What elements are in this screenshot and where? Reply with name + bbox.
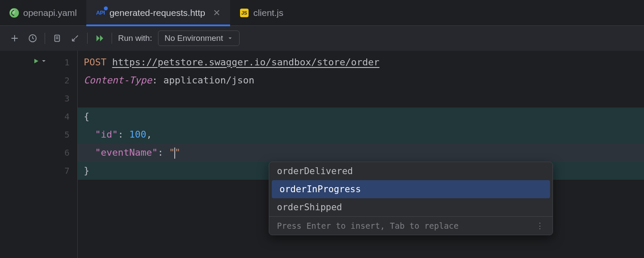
line-number: 5 (64, 129, 70, 140)
code-line: { (78, 108, 644, 126)
line-number: 2 (64, 75, 70, 86)
separator (87, 33, 88, 44)
code-line: Content-Type: application/json (78, 71, 644, 89)
more-icon[interactable]: ⋮ (536, 221, 545, 230)
js-icon: JS (240, 8, 249, 18)
code-line: "id": 100, (78, 126, 644, 144)
environment-value: No Environment (164, 34, 223, 43)
tab-openapi[interactable]: openapi.yaml (0, 0, 86, 26)
gutter: 1 2 3 4 5 6 7 (0, 51, 77, 258)
openapi-icon (9, 8, 19, 18)
completion-item[interactable]: orderDelivered (269, 162, 553, 180)
tab-label: generated-requests.http (109, 8, 205, 18)
completion-item-selected[interactable]: orderInProgress (272, 180, 550, 198)
run-all-icon[interactable] (94, 32, 106, 44)
api-icon: API (96, 8, 105, 18)
close-icon[interactable]: ✕ (213, 8, 221, 18)
separator (112, 33, 112, 44)
chevron-down-icon (227, 35, 233, 41)
code-line: POST https://petstore.swagger.io/sandbox… (78, 53, 644, 71)
line-number: 6 (64, 147, 70, 158)
completion-item[interactable]: orderShipped (269, 198, 553, 216)
add-icon[interactable] (9, 32, 21, 44)
completion-hint: Press Enter to insert, Tab to replace ⋮ (269, 216, 553, 235)
code-line: "eventName": "" (78, 144, 644, 162)
tab-label: openapi.yaml (23, 8, 77, 18)
tab-generated-requests[interactable]: API generated-requests.http ✕ (86, 0, 230, 26)
toolbar: Run with: No Environment (0, 26, 644, 51)
history-icon[interactable] (27, 32, 39, 44)
code-area[interactable]: POST https://petstore.swagger.io/sandbox… (77, 51, 644, 258)
run-with-label: Run with: (118, 34, 152, 43)
line-number: 3 (64, 93, 70, 104)
code-editor[interactable]: 1 2 3 4 5 6 7 POST https://petstore.swag… (0, 51, 644, 258)
examples-icon[interactable] (51, 32, 63, 44)
tab-label: client.js (253, 8, 283, 18)
import-icon[interactable] (69, 32, 81, 44)
completion-popup: orderDelivered orderInProgress orderShip… (269, 162, 553, 235)
tab-client-js[interactable]: JS client.js (230, 0, 293, 26)
code-line (78, 89, 644, 108)
separator (45, 33, 45, 44)
run-gutter-icon[interactable] (33, 58, 47, 64)
line-number: 7 (64, 166, 70, 176)
line-number: 1 (64, 57, 70, 68)
environment-select[interactable]: No Environment (158, 31, 240, 46)
line-number: 4 (64, 111, 70, 122)
tab-bar: openapi.yaml API generated-requests.http… (0, 0, 644, 26)
